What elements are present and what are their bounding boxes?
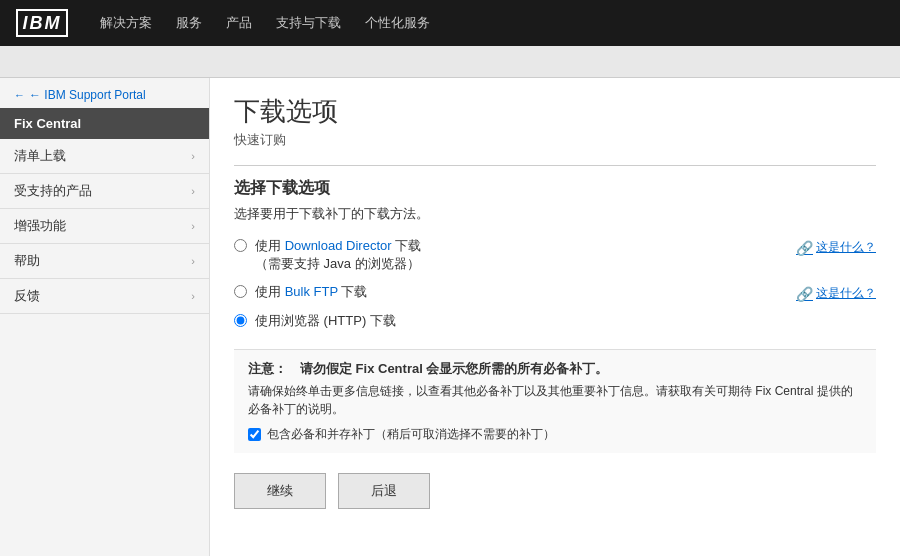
- notice-section: 注意： 请勿假定 Fix Central 会显示您所需的所有必备补丁。 请确保始…: [234, 349, 876, 453]
- info-icon-1: 🔗: [796, 240, 813, 256]
- button-row: 继续 后退: [234, 473, 876, 509]
- what-is-this-link-2[interactable]: 🔗 这是什么？: [796, 283, 876, 302]
- sidebar-item-help-label: 帮助: [14, 252, 40, 270]
- radio-browser-http[interactable]: [234, 314, 247, 327]
- radio-option-bulk-ftp: 使用 Bulk FTP 下载 🔗 这是什么？: [234, 283, 876, 302]
- sidebar-back-link[interactable]: ← ← IBM Support Portal: [0, 78, 209, 108]
- notice-prefix: 注意：: [248, 361, 300, 376]
- radio-option-download-director: 使用 Download Director 下载 （需要支持 Java 的浏览器）…: [234, 237, 876, 273]
- notice-body: 请确保始终单击更多信息链接，以查看其他必备补丁以及其他重要补丁信息。请获取有关可…: [248, 382, 862, 418]
- sidebar-item-enhancements-label: 增强功能: [14, 217, 66, 235]
- include-prereqs-label: 包含必备和并存补丁（稍后可取消选择不需要的补丁）: [267, 426, 555, 443]
- page-subtitle: 快速订购: [234, 131, 876, 149]
- chevron-right-icon-3: ›: [191, 220, 195, 232]
- chevron-right-icon-5: ›: [191, 290, 195, 302]
- sidebar-item-feedback-label: 反馈: [14, 287, 40, 305]
- main-content: ← ← IBM Support Portal Fix Central 清单上载 …: [0, 78, 900, 556]
- chevron-right-icon-2: ›: [191, 185, 195, 197]
- ibm-logo-text: IBM: [23, 13, 62, 34]
- radio-label-bulk-ftp: 使用 Bulk FTP 下载: [255, 283, 367, 301]
- radio-option-browser-http: 使用浏览器 (HTTP) 下载: [234, 312, 876, 330]
- chevron-right-icon-4: ›: [191, 255, 195, 267]
- checkbox-row: 包含必备和并存补丁（稍后可取消选择不需要的补丁）: [248, 426, 862, 443]
- sidebar: ← ← IBM Support Portal Fix Central 清单上载 …: [0, 78, 210, 556]
- sidebar-item-enhancements[interactable]: 增强功能 ›: [0, 209, 209, 244]
- radio-download-director[interactable]: [234, 239, 247, 252]
- notice-title: 注意： 请勿假定 Fix Central 会显示您所需的所有必备补丁。: [248, 360, 862, 378]
- fix-central-label[interactable]: Fix Central: [0, 108, 209, 139]
- sidebar-item-upload-label: 清单上载: [14, 147, 66, 165]
- radio-label-highlight-1: Download Director: [285, 238, 392, 253]
- page-title: 下载选项: [234, 94, 876, 129]
- radio-label-browser-http: 使用浏览器 (HTTP) 下载: [255, 312, 396, 330]
- sidebar-item-feedback[interactable]: 反馈 ›: [0, 279, 209, 314]
- what-is-this-text-2: 这是什么？: [816, 285, 876, 302]
- section-desc: 选择要用于下载补丁的下载方法。: [234, 205, 876, 223]
- ibm-logo-box: IBM: [16, 9, 68, 37]
- radio-label-highlight-2: Bulk FTP: [285, 284, 338, 299]
- ibm-support-portal-link[interactable]: ← IBM Support Portal: [29, 88, 146, 102]
- radio-sublabel-1: （需要支持 Java 的浏览器）: [255, 255, 421, 273]
- radio-bulk-ftp[interactable]: [234, 285, 247, 298]
- content-area: 下载选项 快速订购 选择下载选项 选择要用于下载补丁的下载方法。 使用 Down…: [210, 78, 900, 556]
- sidebar-item-upload[interactable]: 清单上载 ›: [0, 139, 209, 174]
- radio-label-download-director: 使用 Download Director 下载 （需要支持 Java 的浏览器）: [255, 237, 421, 273]
- sidebar-item-supported-products[interactable]: 受支持的产品 ›: [0, 174, 209, 209]
- radio-label-text-1b: 下载: [392, 238, 422, 253]
- ibm-logo: IBM: [16, 9, 68, 37]
- top-nav: IBM 解决方案 服务 产品 支持与下载 个性化服务: [0, 0, 900, 46]
- divider: [234, 165, 876, 166]
- back-button[interactable]: 后退: [338, 473, 430, 509]
- include-prereqs-checkbox[interactable]: [248, 428, 261, 441]
- continue-button[interactable]: 继续: [234, 473, 326, 509]
- nav-item-services[interactable]: 服务: [176, 14, 202, 32]
- what-is-this-text-1: 这是什么？: [816, 239, 876, 256]
- chevron-right-icon: ›: [191, 150, 195, 162]
- notice-keyword: 请勿假定 Fix Central 会显示您所需的所有必备补丁。: [300, 361, 608, 376]
- back-arrow-icon: ←: [14, 89, 25, 101]
- nav-item-support[interactable]: 支持与下载: [276, 14, 341, 32]
- sidebar-item-supported-label: 受支持的产品: [14, 182, 92, 200]
- radio-label-text-2a: 使用: [255, 284, 285, 299]
- search-bar-area: [0, 46, 900, 78]
- nav-items: 解决方案 服务 产品 支持与下载 个性化服务: [100, 14, 430, 32]
- radio-label-text-2b: 下载: [338, 284, 368, 299]
- what-is-this-link-1[interactable]: 🔗 这是什么？: [796, 237, 876, 256]
- radio-label-text-1a: 使用: [255, 238, 285, 253]
- sidebar-item-help[interactable]: 帮助 ›: [0, 244, 209, 279]
- nav-item-products[interactable]: 产品: [226, 14, 252, 32]
- section-title: 选择下载选项: [234, 178, 876, 199]
- nav-item-personalized[interactable]: 个性化服务: [365, 14, 430, 32]
- nav-item-solutions[interactable]: 解决方案: [100, 14, 152, 32]
- info-icon-2: 🔗: [796, 286, 813, 302]
